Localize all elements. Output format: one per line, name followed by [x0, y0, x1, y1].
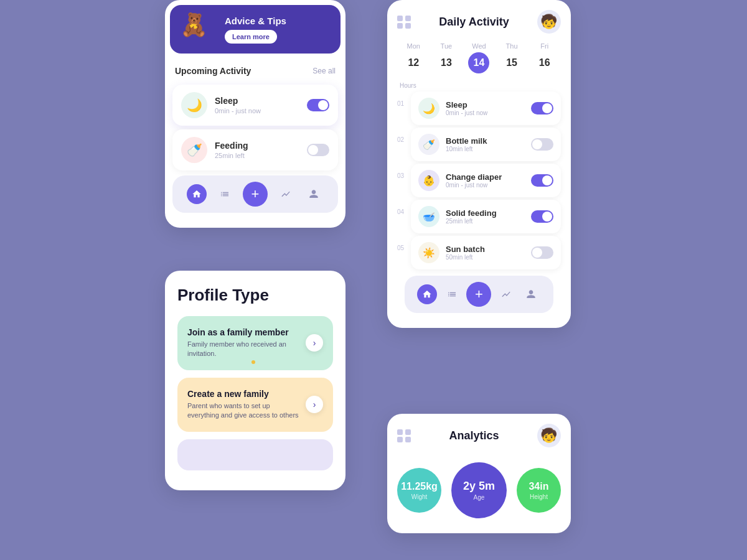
day-label-wed: Wed [472, 42, 486, 50]
grid-menu-icon[interactable] [397, 16, 411, 29]
day-num-mon: 12 [403, 52, 424, 73]
nav-list-icon[interactable] [215, 184, 235, 204]
create-family-arrow[interactable]: › [306, 396, 323, 413]
daily-item-diaper: 👶 Change diaper 0min - just now [411, 164, 561, 197]
hour-row-02: 02 🍼 Bottle milk 10min left [397, 128, 561, 161]
day-label-fri: Fri [540, 42, 548, 50]
nav-profile-icon[interactable] [304, 184, 324, 204]
age-label: Age [474, 494, 485, 501]
hour-02: 02 [397, 128, 411, 161]
daily-nav-profile[interactable] [521, 284, 541, 304]
see-all-link[interactable]: See all [312, 67, 336, 75]
day-label-mon: Mon [407, 42, 420, 50]
daily-nav-add[interactable]: + [466, 282, 491, 307]
weight-stat[interactable]: 11.25kg Wight [397, 468, 441, 513]
join-family-desc: Family member who received an invitation… [187, 340, 299, 359]
daily-nav-chart[interactable] [496, 284, 516, 304]
sleep-time: 0min - just now [215, 107, 299, 114]
da-diaper-info: Change diaper 0min - just now [446, 172, 525, 189]
create-family-desc: Parent who wants to set up everything an… [187, 401, 299, 421]
upcoming-activity-card: 🧸 Advice & Tips Learn more Upcoming Acti… [165, 0, 345, 228]
create-family-option[interactable]: Create a new family Parent who wants to … [177, 378, 333, 432]
height-stat[interactable]: 34in Height [517, 468, 561, 513]
third-option[interactable] [177, 439, 333, 470]
day-fri[interactable]: Fri 16 [534, 42, 555, 73]
analytics-header: Analytics 🧒 [397, 424, 561, 447]
nav-add-button[interactable]: + [243, 182, 268, 207]
da-diaper-name: Change diaper [446, 172, 525, 182]
da-diaper-toggle[interactable] [531, 174, 553, 187]
feeding-toggle[interactable] [307, 144, 329, 156]
join-family-title: Join as a family member [187, 327, 299, 337]
age-stat[interactable]: 2y 5m Age [451, 462, 507, 518]
join-family-option[interactable]: Join as a family member Family member wh… [177, 316, 333, 370]
daily-header: Daily Activity 🧒 [397, 10, 561, 34]
create-family-title: Create a new family [187, 389, 299, 399]
baby-avatar: 🧒 [537, 10, 561, 34]
height-label: Height [530, 493, 548, 500]
analytics-card: Analytics 🧒 11.25kg Wight 2y 5m Age 34in… [387, 414, 571, 533]
analytics-circles: 11.25kg Wight 2y 5m Age 34in Height [397, 457, 561, 523]
hour-01: 01 [397, 91, 411, 125]
daily-bottom-nav: + [405, 276, 553, 313]
analytics-grid-icon[interactable] [397, 429, 411, 442]
activity-item-sleep: 🌙 Sleep 0min - just now [172, 85, 338, 126]
day-num-tue: 13 [436, 52, 457, 73]
join-family-text: Join as a family member Family member wh… [187, 327, 299, 359]
analytics-baby-avatar: 🧒 [537, 424, 561, 447]
da-sun-toggle[interactable] [531, 246, 553, 259]
da-sleep-toggle[interactable] [531, 102, 553, 114]
da-sleep-icon: 🌙 [418, 98, 439, 119]
age-value: 2y 5m [463, 480, 495, 493]
day-mon[interactable]: Mon 12 [403, 42, 424, 73]
da-sun-time: 50min left [446, 254, 525, 261]
da-sun-info: Sun batch 50min left [446, 245, 525, 261]
advice-text-block: Advice & Tips Learn more [225, 16, 331, 44]
day-thu[interactable]: Thu 15 [501, 42, 522, 73]
active-dot [251, 360, 255, 364]
sleep-name: Sleep [215, 96, 299, 106]
day-tue[interactable]: Tue 13 [436, 42, 457, 73]
da-solid-toggle[interactable] [531, 210, 553, 223]
hour-03: 03 [397, 164, 411, 197]
feeding-time: 25min left [215, 152, 299, 159]
create-family-text: Create a new family Parent who wants to … [187, 389, 299, 421]
day-wed[interactable]: Wed 14 [468, 42, 489, 73]
daily-nav-list[interactable] [442, 284, 462, 304]
da-solid-info: Solid feeding 25min left [446, 208, 525, 225]
day-num-wed: 14 [468, 52, 489, 73]
activity-info-feeding: Feeding 25min left [215, 141, 299, 159]
da-sleep-time: 0min - just now [446, 110, 525, 116]
daily-item-sun: ☀️ Sun batch 50min left [411, 236, 561, 269]
advice-banner: 🧸 Advice & Tips Learn more [170, 5, 341, 54]
da-bottle-toggle[interactable] [531, 138, 553, 151]
daily-activity-card: Daily Activity 🧒 Mon 12 Tue 13 Wed 14 Th… [387, 0, 571, 328]
bottom-nav: + [172, 175, 338, 213]
learn-more-button[interactable]: Learn more [225, 30, 277, 44]
nav-chart-icon[interactable] [276, 184, 296, 204]
hour-row-05: 05 ☀️ Sun batch 50min left [397, 236, 561, 269]
hour-row-04: 04 🥣 Solid feeding 25min left [397, 200, 561, 233]
sleep-toggle[interactable] [307, 99, 329, 111]
profile-title: Profile Type [177, 286, 333, 305]
height-value: 34in [529, 481, 548, 492]
hours-label: Hours [397, 82, 561, 89]
join-family-arrow[interactable]: › [306, 334, 323, 352]
da-bottle-info: Bottle milk 10min left [446, 136, 525, 152]
daily-nav-home[interactable] [417, 284, 437, 304]
day-num-thu: 15 [501, 52, 522, 73]
upcoming-header: Upcoming Activity See all [165, 58, 345, 81]
hour-row-01: 01 🌙 Sleep 0min - just now [397, 91, 561, 125]
advice-title: Advice & Tips [225, 16, 331, 26]
weight-value: 11.25kg [401, 481, 438, 492]
nav-home-icon[interactable] [187, 184, 207, 204]
daily-item-solid: 🥣 Solid feeding 25min left [411, 200, 561, 233]
activity-info-sleep: Sleep 0min - just now [215, 96, 299, 114]
da-solid-name: Solid feeding [446, 208, 525, 218]
da-sun-name: Sun batch [446, 245, 525, 254]
da-diaper-icon: 👶 [418, 170, 439, 191]
weight-label: Wight [411, 493, 428, 500]
day-label-thu: Thu [506, 42, 518, 50]
day-num-fri: 16 [534, 52, 555, 73]
hour-05: 05 [397, 236, 411, 269]
